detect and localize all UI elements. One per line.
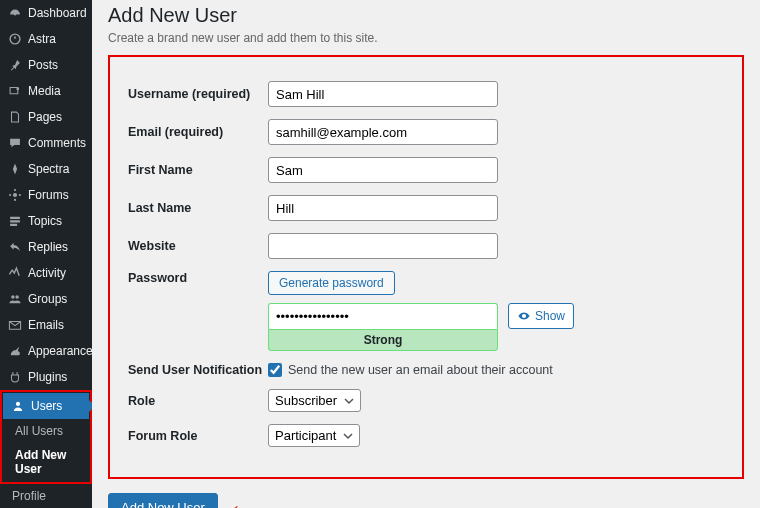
svg-point-5 (14, 199, 16, 201)
lastname-input[interactable] (268, 195, 498, 221)
comment-icon (8, 136, 22, 150)
pin-icon (8, 58, 22, 72)
pages-icon (8, 110, 22, 124)
sidebar-item-appearance[interactable]: Appearance (0, 338, 92, 364)
sidebar-item-forums[interactable]: Forums (0, 182, 92, 208)
submenu-add-new-user[interactable]: Add New User (3, 443, 89, 481)
role-select[interactable]: Subscriber (268, 389, 361, 412)
page-title: Add New User (108, 4, 744, 27)
eye-icon (517, 309, 531, 323)
sidebar-label: Activity (28, 266, 66, 280)
sidebar-item-activity[interactable]: Activity (0, 260, 92, 286)
add-user-form: Username (required) Email (required) Fir… (108, 55, 744, 479)
svg-point-9 (15, 295, 19, 299)
sidebar-label: Topics (28, 214, 62, 228)
sidebar-item-replies[interactable]: Replies (0, 234, 92, 260)
forum-role-label: Forum Role (128, 429, 268, 443)
svg-point-7 (19, 194, 21, 196)
website-input[interactable] (268, 233, 498, 259)
sidebar-label: Plugins (28, 370, 67, 384)
users-section-highlight: Users All Users Add New User (0, 390, 92, 484)
sidebar-item-posts[interactable]: Posts (0, 52, 92, 78)
sidebar-label: Comments (28, 136, 86, 150)
notification-text: Send the new user an email about their a… (288, 363, 553, 377)
notification-checkbox[interactable] (268, 363, 282, 377)
password-input[interactable] (268, 303, 498, 329)
sidebar-item-plugins[interactable]: Plugins (0, 364, 92, 390)
sidebar-item-comments[interactable]: Comments (0, 130, 92, 156)
svg-point-10 (16, 402, 20, 406)
sidebar-label: Groups (28, 292, 67, 306)
dashboard-icon (8, 6, 22, 20)
add-new-user-button[interactable]: Add New User (108, 493, 218, 508)
sidebar-item-pages[interactable]: Pages (0, 104, 92, 130)
svg-point-0 (14, 13, 16, 15)
submenu-profile[interactable]: Profile (0, 484, 92, 508)
emails-icon (8, 318, 22, 332)
svg-point-4 (14, 189, 16, 191)
website-label: Website (128, 239, 268, 253)
role-label: Role (128, 394, 268, 408)
sidebar-label: Media (28, 84, 61, 98)
username-label: Username (required) (128, 87, 268, 101)
firstname-input[interactable] (268, 157, 498, 183)
sidebar-label: Appearance (28, 344, 92, 358)
svg-point-8 (11, 295, 15, 299)
sidebar-label: Users (31, 399, 62, 413)
sidebar-label: Forums (28, 188, 69, 202)
sidebar-label: Pages (28, 110, 62, 124)
sidebar-item-spectra[interactable]: Spectra (0, 156, 92, 182)
submenu-all-users[interactable]: All Users (3, 419, 89, 443)
annotation-arrow-icon: ← (230, 495, 252, 509)
astra-icon (8, 32, 22, 46)
svg-point-2 (16, 88, 19, 91)
sidebar-label: Dashboard (28, 6, 87, 20)
spectra-icon (8, 162, 22, 176)
sidebar-item-users[interactable]: Users (3, 393, 89, 419)
media-icon (8, 84, 22, 98)
appearance-icon (8, 344, 22, 358)
replies-icon (8, 240, 22, 254)
firstname-label: First Name (128, 163, 268, 177)
sidebar-item-astra[interactable]: Astra (0, 26, 92, 52)
forum-role-select[interactable]: Participant (268, 424, 360, 447)
plugins-icon (8, 370, 22, 384)
forums-icon (8, 188, 22, 202)
password-strength: Strong (268, 329, 498, 351)
sidebar-item-groups[interactable]: Groups (0, 286, 92, 312)
sidebar-label: Spectra (28, 162, 69, 176)
svg-point-3 (13, 193, 17, 197)
sidebar-label: Astra (28, 32, 56, 46)
activity-icon (8, 266, 22, 280)
sidebar-label: Posts (28, 58, 58, 72)
notification-label: Send User Notification (128, 363, 268, 377)
show-button-label: Show (535, 309, 565, 323)
main-content: Add New User Create a brand new user and… (92, 0, 760, 508)
show-password-button[interactable]: Show (508, 303, 574, 329)
svg-point-6 (9, 194, 11, 196)
sidebar-label: Replies (28, 240, 68, 254)
users-icon (11, 399, 25, 413)
sidebar-item-emails[interactable]: Emails (0, 312, 92, 338)
email-input[interactable] (268, 119, 498, 145)
groups-icon (8, 292, 22, 306)
email-label: Email (required) (128, 125, 268, 139)
lastname-label: Last Name (128, 201, 268, 215)
sidebar-item-topics[interactable]: Topics (0, 208, 92, 234)
sidebar-item-media[interactable]: Media (0, 78, 92, 104)
sidebar-label: Emails (28, 318, 64, 332)
username-input[interactable] (268, 81, 498, 107)
admin-sidebar: Dashboard Astra Posts Media Pages Commen… (0, 0, 92, 508)
page-subtitle: Create a brand new user and add them to … (108, 31, 744, 45)
sidebar-item-dashboard[interactable]: Dashboard (0, 0, 92, 26)
topics-icon (8, 214, 22, 228)
password-label: Password (128, 271, 268, 285)
generate-password-button[interactable]: Generate password (268, 271, 395, 295)
